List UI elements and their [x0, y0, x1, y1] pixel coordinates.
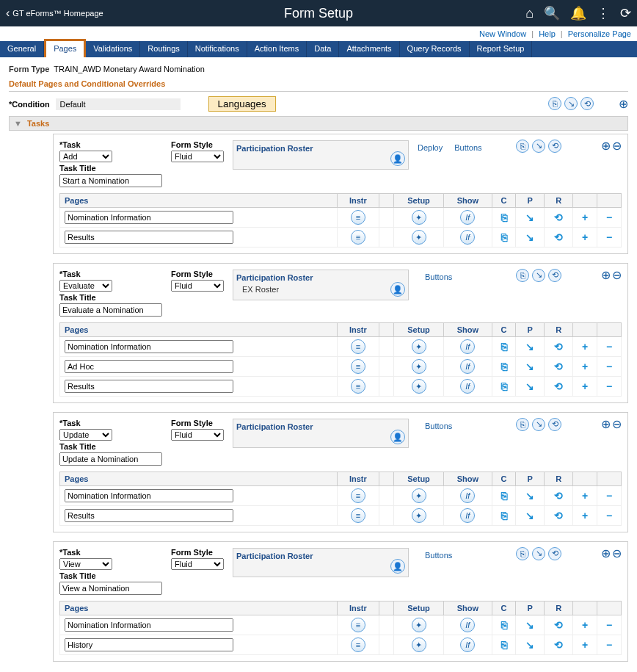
show-icon[interactable]: If	[460, 637, 475, 652]
page-name-input[interactable]	[65, 489, 233, 502]
task-select[interactable]: Update	[59, 429, 112, 441]
add-row-icon[interactable]: +	[582, 212, 588, 223]
undo-icon[interactable]: ⟲	[580, 97, 594, 110]
remove-row-icon[interactable]: −	[606, 639, 612, 651]
task-title-input[interactable]	[59, 452, 162, 466]
remove-row-icon[interactable]: −	[606, 490, 612, 502]
buttons-link[interactable]: Buttons	[425, 272, 452, 281]
kebab-icon[interactable]: ⋮	[597, 5, 610, 21]
tab-general[interactable]: General	[0, 41, 44, 57]
search-icon[interactable]: 🔍	[544, 5, 560, 21]
undo-row-icon[interactable]: ⟲	[554, 510, 563, 521]
page-name-input[interactable]	[65, 340, 233, 353]
setup-icon[interactable]: ✦	[412, 637, 426, 652]
form-style-select[interactable]: Fluid	[171, 558, 224, 570]
languages-button[interactable]: Languages	[208, 96, 276, 112]
page-name-input[interactable]	[65, 638, 233, 651]
bell-icon[interactable]: 🔔	[570, 5, 586, 21]
copy-row-icon[interactable]: ⎘	[501, 212, 507, 223]
copy-row-icon[interactable]: ⎘	[501, 361, 507, 372]
buttons-link[interactable]: Buttons	[425, 422, 452, 430]
add-row-icon[interactable]: +	[582, 380, 588, 392]
instr-icon[interactable]: ≡	[351, 618, 365, 632]
add-condition-icon[interactable]: ⊕	[619, 97, 628, 111]
tab-validations[interactable]: Validations	[86, 41, 140, 57]
tasks-section-bar[interactable]: ▼ Tasks	[9, 116, 628, 131]
copy-icon[interactable]: ⎘	[516, 140, 529, 153]
setup-icon[interactable]: ✦	[412, 359, 426, 374]
paste-row-icon[interactable]: ↘	[525, 619, 534, 631]
copy-icon[interactable]: ⎘	[516, 418, 529, 431]
add-task-icon[interactable]: ⊕	[601, 546, 611, 560]
instr-icon[interactable]: ≡	[351, 339, 365, 354]
paste-row-icon[interactable]: ↘	[525, 212, 534, 223]
paste-row-icon[interactable]: ↘	[525, 380, 534, 392]
undo-icon[interactable]: ⟲	[548, 269, 561, 282]
tab-attachments[interactable]: Attachments	[339, 41, 399, 57]
form-style-select[interactable]: Fluid	[171, 429, 224, 441]
show-icon[interactable]: If	[460, 210, 475, 225]
paste-row-icon[interactable]: ↘	[525, 510, 534, 521]
add-row-icon[interactable]: +	[582, 231, 588, 243]
copy-row-icon[interactable]: ⎘	[501, 380, 507, 392]
add-row-icon[interactable]: +	[582, 361, 588, 372]
task-select[interactable]: View	[59, 558, 112, 570]
task-title-input[interactable]	[59, 303, 162, 317]
instr-icon[interactable]: ≡	[351, 488, 365, 503]
copy-icon[interactable]: ⎘	[548, 97, 561, 110]
setup-icon[interactable]: ✦	[412, 210, 426, 225]
instr-icon[interactable]: ≡	[351, 379, 365, 394]
tab-pages[interactable]: Pages	[44, 39, 86, 57]
task-select[interactable]: Evaluate	[59, 280, 112, 292]
page-name-input[interactable]	[65, 380, 233, 393]
copy-row-icon[interactable]: ⎘	[501, 619, 507, 631]
copy-row-icon[interactable]: ⎘	[501, 231, 507, 243]
add-task-icon[interactable]: ⊕	[601, 268, 611, 282]
undo-row-icon[interactable]: ⟲	[554, 341, 563, 353]
setup-icon[interactable]: ✦	[412, 339, 426, 354]
instr-icon[interactable]: ≡	[351, 210, 365, 225]
tab-report-setup[interactable]: Report Setup	[470, 41, 533, 57]
undo-row-icon[interactable]: ⟲	[554, 361, 563, 372]
setup-icon[interactable]: ✦	[412, 379, 426, 394]
instr-icon[interactable]: ≡	[351, 637, 365, 652]
roster-add-icon[interactable]: 👤	[390, 559, 405, 574]
form-style-select[interactable]: Fluid	[171, 151, 224, 162]
copy-icon[interactable]: ⎘	[516, 269, 529, 282]
deploy-link[interactable]: Deploy	[418, 143, 443, 152]
form-style-select[interactable]: Fluid	[171, 280, 224, 292]
copy-row-icon[interactable]: ⎘	[501, 639, 507, 651]
show-icon[interactable]: If	[460, 379, 475, 394]
add-row-icon[interactable]: +	[582, 619, 588, 631]
tab-routings[interactable]: Routings	[140, 41, 187, 57]
page-name-input[interactable]	[65, 231, 233, 244]
remove-task-icon[interactable]: ⊖	[612, 268, 622, 282]
roster-add-icon[interactable]: 👤	[390, 282, 405, 297]
buttons-link[interactable]: Buttons	[454, 143, 481, 152]
remove-row-icon[interactable]: −	[606, 341, 612, 353]
buttons-link[interactable]: Buttons	[425, 551, 452, 560]
undo-icon[interactable]: ⟲	[548, 547, 561, 560]
page-name-input[interactable]	[65, 618, 233, 632]
task-title-input[interactable]	[59, 582, 162, 595]
task-select[interactable]: Add	[59, 151, 112, 162]
help-link[interactable]: Help	[539, 29, 556, 38]
copy-row-icon[interactable]: ⎘	[501, 490, 507, 502]
page-name-input[interactable]	[65, 509, 233, 522]
add-task-icon[interactable]: ⊕	[601, 417, 611, 431]
tab-query-records[interactable]: Query Records	[400, 41, 470, 57]
remove-task-icon[interactable]: ⊖	[612, 417, 622, 431]
paste-row-icon[interactable]: ↘	[525, 231, 534, 243]
roster-add-icon[interactable]: 👤	[390, 151, 405, 166]
copy-row-icon[interactable]: ⎘	[501, 341, 507, 353]
roster-add-icon[interactable]: 👤	[390, 430, 405, 444]
show-icon[interactable]: If	[460, 230, 475, 245]
remove-row-icon[interactable]: −	[606, 619, 612, 631]
copy-row-icon[interactable]: ⎘	[501, 510, 507, 521]
add-row-icon[interactable]: +	[582, 510, 588, 521]
paste-row-icon[interactable]: ↘	[525, 490, 534, 502]
add-row-icon[interactable]: +	[582, 341, 588, 353]
remove-row-icon[interactable]: −	[606, 361, 612, 372]
show-icon[interactable]: If	[460, 618, 475, 632]
instr-icon[interactable]: ≡	[351, 230, 365, 245]
